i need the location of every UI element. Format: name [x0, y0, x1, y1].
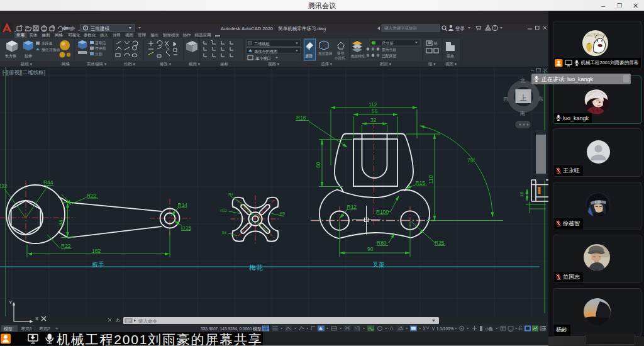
- svg-text:梅花: 梅花: [248, 264, 263, 271]
- svg-text:南: 南: [520, 111, 526, 116]
- svg-text:R22: R22: [87, 193, 97, 199]
- svg-text:55: 55: [372, 108, 378, 114]
- svg-text:R80: R80: [377, 240, 387, 246]
- svg-text:图层特性: 图层特性: [351, 54, 365, 59]
- svg-text:44: 44: [58, 220, 64, 226]
- svg-text:多段体: 多段体: [42, 42, 53, 45]
- svg-text:小数: 小数: [485, 326, 494, 331]
- svg-text:扳手: 扳手: [92, 261, 104, 268]
- svg-text:拉伸: 拉伸: [25, 54, 32, 58]
- svg-text:分割: 分割: [95, 52, 103, 57]
- svg-text:90: 90: [367, 246, 374, 252]
- svg-text:组: 组: [434, 42, 438, 45]
- svg-text:R18: R18: [296, 114, 306, 121]
- svg-text:Autodesk AutoCAD 2020 简单机械零: Autodesk AutoCAD 2020 简单机械零件练习.dwg: [221, 26, 326, 31]
- svg-text:键入关键字或短语: 键入关键字或短语: [384, 26, 418, 31]
- svg-text:Y: Y: [9, 299, 13, 305]
- svg-text:335.9607, 143.9284, 0.0000: 335.9607, 143.9284, 0.0000: [201, 326, 252, 331]
- svg-text:110: 110: [428, 175, 434, 184]
- svg-text:R12: R12: [220, 209, 227, 213]
- svg-text:R14: R14: [178, 202, 188, 208]
- svg-text:键入命令: 键入命令: [138, 318, 158, 324]
- svg-text:112: 112: [369, 101, 377, 108]
- svg-text:三维建模: 三维建模: [91, 26, 110, 31]
- svg-text:R100: R100: [376, 209, 389, 215]
- svg-text:32: 32: [370, 117, 377, 123]
- svg-text:∅15: ∅15: [181, 225, 192, 231]
- svg-text:基点: 基点: [447, 54, 454, 58]
- svg-text:?: ?: [494, 26, 496, 30]
- svg-text:A: A: [486, 26, 489, 31]
- svg-text:R44: R44: [43, 179, 53, 186]
- svg-text:1:1/100%: 1:1/100%: [436, 326, 454, 331]
- svg-text:75°: 75°: [467, 157, 475, 164]
- svg-text:移动: 移动: [337, 51, 345, 55]
- svg-text:上: 上: [520, 94, 527, 101]
- svg-text:汪汪看着小小的: 汪汪看着小小的: [587, 33, 608, 37]
- svg-text:未保存的视图: 未保存的视图: [254, 48, 277, 53]
- svg-text:182: 182: [92, 248, 101, 254]
- svg-text:单个视口: 单个视口: [255, 55, 271, 60]
- svg-text:小控件: 小控件: [334, 55, 345, 59]
- svg-text:[-][俯视][二维线框]: [-][俯视][二维线框]: [3, 69, 45, 75]
- svg-text:叉架: 叉架: [372, 261, 385, 268]
- svg-text:无法选择: 无法选择: [318, 52, 333, 56]
- svg-text:R25: R25: [435, 240, 445, 246]
- svg-text:已配调层: 已配调层: [382, 53, 396, 58]
- svg-text:模型: 模型: [4, 326, 13, 332]
- svg-text:X: X: [35, 316, 39, 321]
- svg-text:登录: 登录: [455, 26, 465, 31]
- svg-text:R8: R8: [280, 211, 286, 215]
- svg-text:北: 北: [520, 78, 526, 84]
- svg-text:布局2: 布局2: [39, 326, 50, 332]
- svg-text:西: 西: [503, 96, 508, 102]
- svg-text:提取边: 提取边: [95, 40, 106, 45]
- svg-text:布局1: 布局1: [21, 326, 32, 332]
- svg-text:长方体: 长方体: [5, 53, 16, 59]
- svg-text:R22: R22: [0, 183, 8, 189]
- svg-text:16: 16: [519, 192, 525, 197]
- svg-text:拉伸面: 拉伸面: [95, 46, 106, 51]
- svg-text:二维线框: 二维线框: [254, 41, 270, 45]
- svg-text:东: 东: [538, 96, 543, 102]
- svg-text:60: 60: [315, 162, 321, 168]
- svg-text:擦除: 擦除: [306, 53, 313, 59]
- svg-text:R22: R22: [61, 243, 71, 249]
- svg-text:R3: R3: [222, 231, 227, 235]
- svg-text:R12: R12: [347, 204, 357, 210]
- svg-text:尺寸层: 尺寸层: [382, 41, 394, 45]
- svg-text:置为当前: 置为当前: [382, 47, 396, 52]
- svg-text:R4: R4: [228, 193, 233, 196]
- svg-text:按住并拖动: 按住并拖动: [42, 48, 60, 52]
- svg-text:R15: R15: [416, 180, 426, 186]
